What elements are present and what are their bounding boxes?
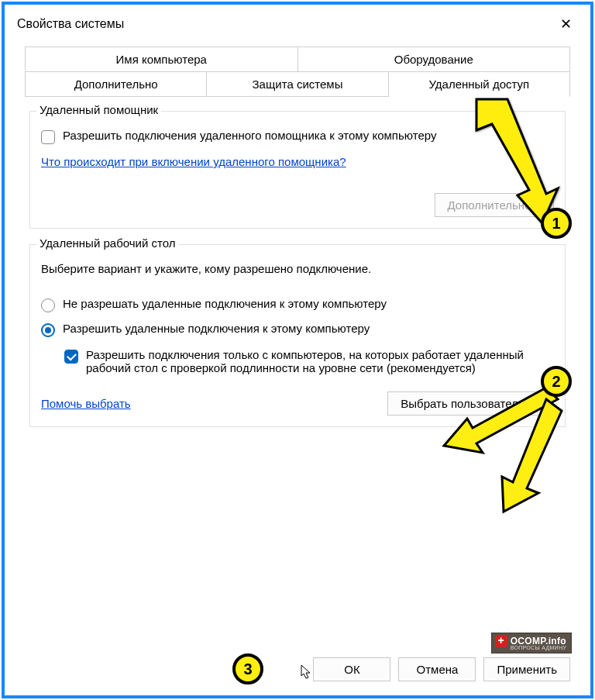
nla-label: Разрешить подключения только с компьютер… <box>86 348 554 374</box>
tab-computer-name[interactable]: Имя компьютера <box>25 47 298 71</box>
radio-deny-label: Не разрешать удаленные подключения к это… <box>63 297 387 310</box>
window-title: Свойства системы <box>17 17 124 31</box>
select-users-button[interactable]: Выбрать пользователей... <box>387 391 554 416</box>
close-icon[interactable]: ✕ <box>552 12 580 36</box>
allow-remote-assistance-checkbox[interactable] <box>41 130 55 144</box>
remote-desktop-intro: Выберите вариант и укажите, кому разреше… <box>41 262 554 275</box>
radio-deny-connections[interactable] <box>41 298 55 312</box>
group-remote-desktop: Удаленный рабочий стол Выберите вариант … <box>29 244 566 427</box>
nla-checkbox[interactable] <box>64 350 78 364</box>
group-title-remote-assistance: Удаленный помощник <box>36 103 161 116</box>
group-title-remote-desktop: Удаленный рабочий стол <box>36 236 178 250</box>
cancel-button[interactable]: Отмена <box>398 657 476 681</box>
group-remote-assistance: Удаленный помощник Разрешить подключения… <box>29 111 566 229</box>
radio-allow-connections[interactable] <box>41 323 55 337</box>
tab-remote[interactable]: Удаленный доступ <box>389 71 570 97</box>
tab-hardware[interactable]: Оборудование <box>298 47 571 71</box>
tab-advanced[interactable]: Дополнительно <box>25 71 207 96</box>
ok-button[interactable]: ОК <box>313 657 390 681</box>
remote-assistance-help-link[interactable]: Что происходит при включении удаленного … <box>41 155 346 168</box>
dialog-footer: ОК Отмена Применить <box>313 657 570 681</box>
allow-remote-assistance-label: Разрешить подключения удаленного помощни… <box>63 129 436 142</box>
help-choose-link[interactable]: Помочь выбрать <box>41 397 131 410</box>
apply-button[interactable]: Применить <box>483 657 570 681</box>
remote-assistance-advanced-button[interactable]: Дополнительно... <box>435 193 554 217</box>
tabs: Имя компьютера Оборудование Дополнительн… <box>25 47 570 97</box>
tab-system-protection[interactable]: Защита системы <box>207 71 388 96</box>
radio-allow-label: Разрешить удаленные подключения к этому … <box>63 322 370 335</box>
watermark: OCOMP.info ВОПРОСЫ АДМИНУ <box>491 633 572 653</box>
